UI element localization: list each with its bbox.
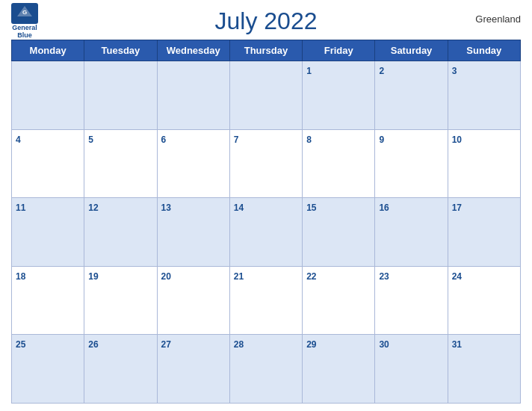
day-number: 13 [161,203,171,213]
calendar-cell: 8 [303,129,375,198]
day-number: 3 [452,66,457,76]
calendar-week-row: 123 [12,61,521,130]
day-number: 1 [306,66,312,76]
day-number: 30 [379,339,389,350]
col-friday: Friday [303,40,375,61]
calendar-cell: 30 [375,335,448,404]
day-number: 17 [452,203,462,213]
calendar-cell: 19 [84,266,157,335]
calendar-cell: 31 [448,335,520,404]
calendar-cell: 5 [84,129,157,198]
day-number: 9 [379,135,384,145]
day-number: 5 [88,135,93,145]
day-number: 26 [88,339,98,350]
calendar-cell: 4 [12,129,84,198]
calendar-cell: 16 [375,198,448,267]
calendar-cell: 24 [448,266,520,335]
calendar-cell: 11 [12,198,84,267]
logo-text: General Blue [12,25,37,40]
col-saturday: Saturday [375,40,448,61]
day-number: 24 [452,271,462,282]
col-monday: Monday [12,40,84,61]
day-number: 10 [452,135,462,145]
calendar-cell: 22 [303,266,375,335]
day-number: 29 [306,339,316,350]
calendar-cell: 28 [229,335,302,404]
calendar-cell: 1 [303,61,375,130]
logo: G General Blue [11,3,38,40]
calendar-cell: 20 [157,266,229,335]
calendar-cell: 15 [303,198,375,267]
calendar-cell: 7 [229,129,302,198]
calendar-table: Monday Tuesday Wednesday Thursday Friday… [11,40,521,404]
day-number: 21 [234,271,244,282]
calendar-cell: 27 [157,335,229,404]
calendar-cell: 10 [448,129,520,198]
day-number: 8 [306,135,312,145]
day-number: 4 [16,135,21,145]
calendar-cell: 13 [157,198,229,267]
day-number: 23 [379,271,389,282]
day-number: 31 [452,339,462,350]
day-number: 19 [88,271,98,282]
calendar-cell [84,61,157,130]
calendar-cell: 26 [84,335,157,404]
calendar-cell [12,61,84,130]
day-number: 18 [16,271,25,282]
calendar-week-row: 25262728293031 [12,335,521,404]
calendar-week-row: 18192021222324 [12,266,521,335]
calendar-cell: 29 [303,335,375,404]
calendar-cell: 6 [157,129,229,198]
region-label: Greenland [475,13,521,25]
calendar-cell: 17 [448,198,520,267]
month-title: July 2022 [215,7,318,35]
day-number: 15 [306,203,316,213]
calendar-cell: 14 [229,198,302,267]
col-tuesday: Tuesday [84,40,157,61]
day-number: 2 [379,66,384,76]
day-number: 11 [16,203,25,213]
day-number: 16 [379,203,389,213]
calendar-cell: 2 [375,61,448,130]
calendar-cell: 23 [375,266,448,335]
day-number: 14 [234,203,244,213]
day-number: 25 [16,339,25,350]
calendar-header: G General Blue July 2022 Greenland [11,7,521,35]
calendar-cell: 25 [12,335,84,404]
calendar-week-row: 11121314151617 [12,198,521,267]
day-number: 20 [161,271,171,282]
day-number: 22 [306,271,316,282]
calendar-cell: 12 [84,198,157,267]
calendar-week-row: 45678910 [12,129,521,198]
weekday-header-row: Monday Tuesday Wednesday Thursday Friday… [12,40,521,61]
day-number: 6 [161,135,167,145]
col-wednesday: Wednesday [157,40,229,61]
calendar-cell: 18 [12,266,84,335]
calendar-cell [229,61,302,130]
day-number: 27 [161,339,171,350]
col-thursday: Thursday [229,40,302,61]
calendar-cell: 3 [448,61,520,130]
day-number: 7 [234,135,239,145]
calendar-cell: 9 [375,129,448,198]
day-number: 12 [88,203,98,213]
col-sunday: Sunday [448,40,520,61]
day-number: 28 [234,339,244,350]
calendar-cell: 21 [229,266,302,335]
calendar-cell [157,61,229,130]
